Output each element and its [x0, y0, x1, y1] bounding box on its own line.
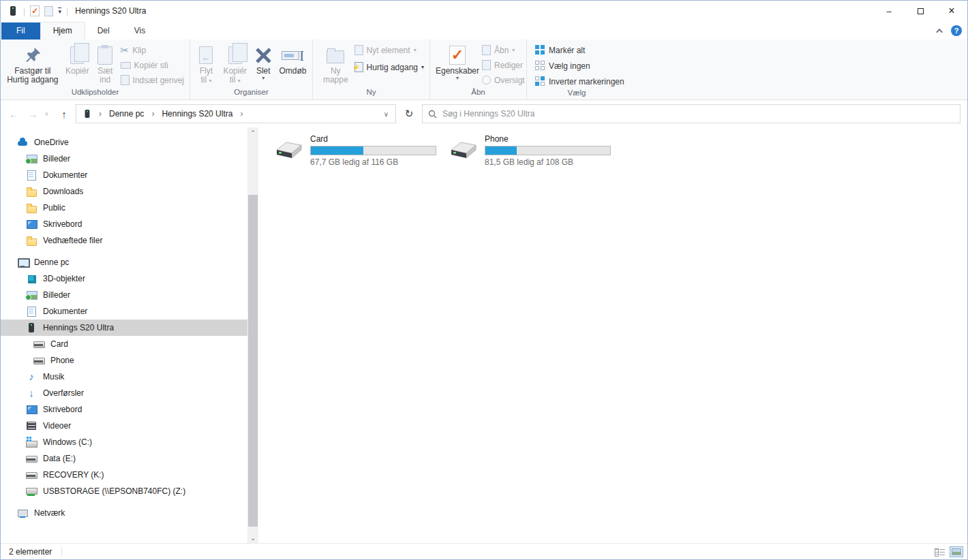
tab-home[interactable]: Hjem	[40, 22, 85, 40]
breadcrumb-this-pc[interactable]: Denne pc	[108, 109, 145, 119]
new-window-icon[interactable]	[44, 6, 53, 16]
items-count: 2 elementer	[9, 547, 62, 557]
sidebar-item-label: Billeder	[43, 290, 70, 300]
properties-button[interactable]: ✓ Egenskaber ▾	[436, 42, 479, 82]
shortcut-page-icon	[121, 75, 130, 85]
sidebar-item-network[interactable]: Netværk	[1, 505, 247, 521]
magnifier-icon	[428, 110, 437, 119]
sidebar-item-videos[interactable]: Videoer	[1, 418, 247, 434]
large-icons-view-icon[interactable]	[950, 546, 963, 557]
button-label: Oversigt	[494, 76, 525, 85]
move-to-button[interactable]: ← Flyt til ▾	[193, 42, 220, 86]
rename-button[interactable]: Omdøb	[276, 42, 309, 77]
new-folder-icon	[327, 50, 344, 63]
copy-button[interactable]: Kopiér	[62, 42, 93, 77]
address-dropdown-icon[interactable]: ∨	[380, 110, 393, 118]
drive-icon	[33, 355, 44, 366]
new-folder-button[interactable]: Ny mappe	[320, 42, 352, 86]
sidebar-item-card[interactable]: Card	[1, 336, 247, 352]
address-bar[interactable]: › Denne pc › Hennings S20 Ultra › ∨	[76, 104, 396, 123]
breadcrumb-device[interactable]: Hennings S20 Ultra	[160, 109, 234, 119]
easy-access-button[interactable]: ⚡ Hurtig adgang ▾	[352, 60, 427, 74]
copy-pages-icon	[70, 46, 84, 64]
maximize-button[interactable]	[905, 1, 936, 21]
sidebar-item-public[interactable]: Public	[1, 200, 247, 216]
network-icon	[17, 508, 28, 518]
sidebar-item-pictures[interactable]: Billeder	[1, 151, 247, 167]
forward-arrow-icon[interactable]: →	[25, 108, 40, 120]
sidebar-item-downloads[interactable]: Downloads	[1, 183, 247, 200]
properties-check-icon[interactable]: ✓	[30, 5, 40, 16]
cut-button[interactable]: ✂ Klip	[118, 43, 187, 57]
customize-dropdown-icon[interactable]: ▾	[58, 7, 61, 14]
ribbon-group-new: Ny mappe Nyt element ▾ ⚡ Hurtig adgang ▾	[313, 40, 430, 99]
sidebar-item-desktop[interactable]: Skrivebord	[1, 216, 247, 232]
documents-icon	[26, 170, 37, 181]
sidebar-item-recovery-k[interactable]: RECOVERY (K:)	[1, 467, 247, 483]
edit-button[interactable]: Rediger	[479, 58, 528, 72]
new-item-button[interactable]: Nyt element ▾	[352, 43, 427, 57]
window-title: Hennings S20 Ultra	[75, 6, 146, 16]
tab-file[interactable]: Fil	[1, 22, 40, 40]
select-none-grid-icon	[535, 61, 545, 71]
sidebar-item-music[interactable]: Musik	[1, 369, 247, 385]
copy-to-button[interactable]: Kopiér til ▾	[220, 42, 251, 86]
pin-to-quick-access-button[interactable]: Fastgør til Hurtig adgang	[3, 42, 62, 86]
copy-path-icon	[121, 62, 131, 69]
paste-button[interactable]: Sæt ind	[93, 42, 118, 86]
history-button[interactable]: Oversigt	[479, 73, 528, 87]
sidebar-scrollbar[interactable]: ⌃ ⌄	[247, 127, 258, 543]
up-arrow-icon[interactable]: ↑	[57, 108, 72, 120]
close-button[interactable]: ×	[936, 1, 967, 21]
delete-button[interactable]: Slet ▾	[251, 42, 276, 82]
drive-tile-card[interactable]: Card 67,7 GB ledig af 116 GB	[273, 134, 437, 167]
help-icon[interactable]: ?	[951, 25, 962, 36]
sidebar-item-pictures-pc[interactable]: Billeder	[1, 287, 247, 303]
sidebar-item-label: Phone	[50, 356, 74, 365]
sidebar-item-3d-objects[interactable]: 3D-objekter	[1, 270, 247, 287]
select-none-button[interactable]: Vælg ingen	[532, 59, 627, 73]
open-button[interactable]: Åbn ▾	[479, 43, 528, 57]
scrollbar-thumb[interactable]	[248, 195, 258, 527]
quick-access-toolbar: | ✓ ▾ |	[7, 5, 68, 16]
separator: |	[23, 6, 25, 16]
collapse-ribbon-icon[interactable]	[936, 28, 943, 35]
refresh-icon: ↻	[405, 108, 414, 120]
sidebar-item-usbstorage-z[interactable]: USBSTORAGE (\\EPSONB740FC) (Z:)	[1, 483, 247, 499]
drive-tile-phone[interactable]: Phone 81,5 GB ledig af 108 GB	[448, 134, 611, 167]
maximize-icon	[918, 8, 924, 14]
sidebar-item-desktop-pc[interactable]: Skrivebord	[1, 401, 247, 418]
scroll-up-arrow-icon[interactable]: ⌃	[247, 127, 258, 138]
tab-view[interactable]: Vis	[122, 22, 157, 40]
sidebar-item-data-e[interactable]: Data (E:)	[1, 450, 247, 467]
sidebar-item-onedrive[interactable]: OneDrive	[1, 134, 247, 151]
ribbon-group-organize: ← Flyt til ▾ Kopiér til ▾ Slet ▾ Omdøb	[190, 40, 313, 99]
sidebar-item-this-pc[interactable]: Denne pc	[1, 254, 247, 270]
sidebar-item-label: Windows (C:)	[43, 437, 92, 447]
sidebar-item-attachments[interactable]: Vedhæftede filer	[1, 232, 247, 249]
paste-shortcut-button[interactable]: Indsæt genvej	[118, 73, 187, 87]
refresh-button[interactable]: ↻	[400, 104, 418, 123]
dropdown-arrow-icon: ▾	[512, 48, 515, 53]
sidebar-item-label: Card	[50, 339, 68, 349]
sidebar-item-phone[interactable]: Phone	[1, 352, 247, 369]
invert-selection-button[interactable]: Inverter markeringen	[532, 74, 627, 89]
sidebar-item-windows-c[interactable]: Windows (C:)	[1, 434, 247, 450]
sidebar-item-documents[interactable]: Dokumenter	[1, 167, 247, 183]
cloud-icon	[17, 137, 28, 148]
tab-share[interactable]: Del	[85, 22, 122, 40]
select-all-button[interactable]: Markér alt	[532, 43, 627, 57]
minimize-button[interactable]: –	[873, 1, 905, 21]
back-arrow-icon[interactable]: ←	[6, 108, 21, 120]
scroll-down-arrow-icon[interactable]: ⌄	[247, 533, 258, 543]
search-input[interactable]	[442, 109, 954, 119]
sidebar-item-device-selected[interactable]: Hennings S20 Ultra	[1, 320, 247, 336]
sidebar-item-downloads-pc[interactable]: Overførsler	[1, 385, 247, 401]
sidebar-item-documents-pc[interactable]: Dokumenter	[1, 303, 247, 320]
recent-locations-chevron-icon[interactable]: ∨	[44, 110, 52, 117]
details-view-icon[interactable]	[933, 546, 946, 557]
copy-path-button[interactable]: Kopiér sti	[118, 58, 187, 72]
drive-icon	[26, 453, 37, 464]
pc-monitor-icon	[17, 257, 28, 268]
sidebar-item-label: Public	[43, 203, 65, 213]
